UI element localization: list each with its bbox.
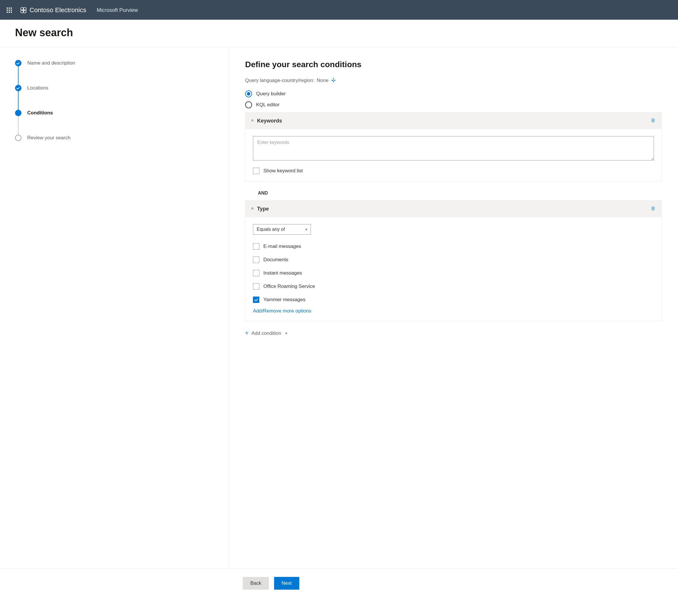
radio-kql-editor[interactable]: KQL editor [245, 101, 662, 108]
radio-label: KQL editor [256, 102, 279, 108]
step-conditions[interactable]: Conditions [15, 110, 229, 135]
keywords-input[interactable] [253, 136, 654, 160]
step-label: Name and description [27, 60, 75, 66]
type-card-header[interactable]: ^ Type [246, 201, 662, 217]
delete-icon[interactable] [650, 117, 656, 124]
radio-checked-icon [245, 90, 252, 97]
chevron-down-icon: ▾ [286, 331, 287, 335]
product-name[interactable]: Microsoft Purview [97, 7, 138, 13]
content-heading: Define your search conditions [245, 60, 662, 69]
wizard-footer: Back Next [0, 569, 678, 598]
back-button[interactable]: Back [243, 577, 269, 590]
plus-icon: + [245, 330, 249, 337]
checkbox-unchecked-icon [253, 243, 259, 249]
show-keyword-list-checkbox[interactable]: Show keyword list [253, 168, 654, 174]
checkbox-label: Show keyword list [263, 168, 303, 174]
type-option-office-roaming[interactable]: Office Roaming Service [253, 283, 654, 290]
and-operator-label: AND [245, 187, 662, 200]
edit-language-icon[interactable] [331, 77, 336, 83]
query-language-label: Query language-country/region: [245, 78, 314, 83]
step-label: Locations [27, 85, 48, 91]
select-value: Equals any of [257, 227, 285, 232]
type-card: ^ Type Equals any of ▾ E-mail messages [245, 200, 662, 321]
page-title-bar: New search [0, 20, 678, 47]
option-label: E-mail messages [263, 243, 301, 249]
step-current-icon [15, 110, 22, 116]
query-language-value: None [317, 78, 329, 83]
checkbox-unchecked-icon [253, 168, 259, 174]
step-upcoming-icon [15, 135, 22, 141]
type-operator-select[interactable]: Equals any of ▾ [253, 224, 311, 235]
org-name: Contoso Electronics [30, 6, 86, 14]
chevron-up-icon: ^ [251, 119, 254, 123]
keywords-card-header[interactable]: ^ Keywords [246, 113, 662, 129]
wizard-content: Define your search conditions Query lang… [229, 47, 678, 569]
option-label: Office Roaming Service [263, 283, 315, 289]
checkbox-unchecked-icon [253, 283, 259, 290]
add-condition-button[interactable]: + Add condition ▾ [245, 330, 662, 337]
chevron-up-icon: ^ [251, 207, 254, 211]
app-launcher-icon[interactable] [5, 5, 14, 15]
suite-header: Contoso Electronics Microsoft Purview [0, 0, 678, 20]
add-remove-options-link[interactable]: Add/Remove more options [253, 308, 311, 314]
type-option-documents[interactable]: Documents [253, 257, 654, 263]
next-button[interactable]: Next [274, 577, 299, 590]
step-complete-icon [15, 60, 22, 66]
step-review[interactable]: Review your search [15, 135, 229, 141]
wizard-stepper: Name and description Locations Condition… [0, 47, 229, 569]
type-option-email[interactable]: E-mail messages [253, 243, 654, 249]
step-name-description[interactable]: Name and description [15, 60, 229, 85]
step-label: Review your search [27, 135, 70, 141]
checkbox-checked-icon [253, 297, 259, 303]
org-brand[interactable]: Contoso Electronics [20, 6, 86, 14]
radio-unchecked-icon [245, 101, 252, 108]
step-label: Conditions [27, 110, 53, 116]
query-language-row: Query language-country/region: None [245, 77, 662, 83]
keywords-card: ^ Keywords Show keyword list [245, 112, 662, 181]
checkbox-unchecked-icon [253, 257, 259, 263]
option-label: Yammer messages [263, 297, 305, 303]
step-complete-icon [15, 85, 22, 91]
step-locations[interactable]: Locations [15, 85, 229, 110]
type-option-yammer[interactable]: Yammer messages [253, 297, 654, 303]
radio-label: Query builder [256, 91, 286, 97]
page-title: New search [15, 27, 663, 39]
option-label: Documents [263, 257, 288, 263]
card-title: Type [257, 206, 269, 212]
type-option-instant-messages[interactable]: Instant messages [253, 270, 654, 276]
option-label: Instant messages [263, 270, 302, 276]
delete-icon[interactable] [650, 205, 656, 213]
radio-query-builder[interactable]: Query builder [245, 90, 662, 97]
org-logo-icon [20, 6, 27, 14]
chevron-down-icon: ▾ [305, 227, 307, 231]
checkbox-unchecked-icon [253, 270, 259, 276]
add-condition-label: Add condition [252, 331, 281, 336]
card-title: Keywords [257, 118, 282, 124]
